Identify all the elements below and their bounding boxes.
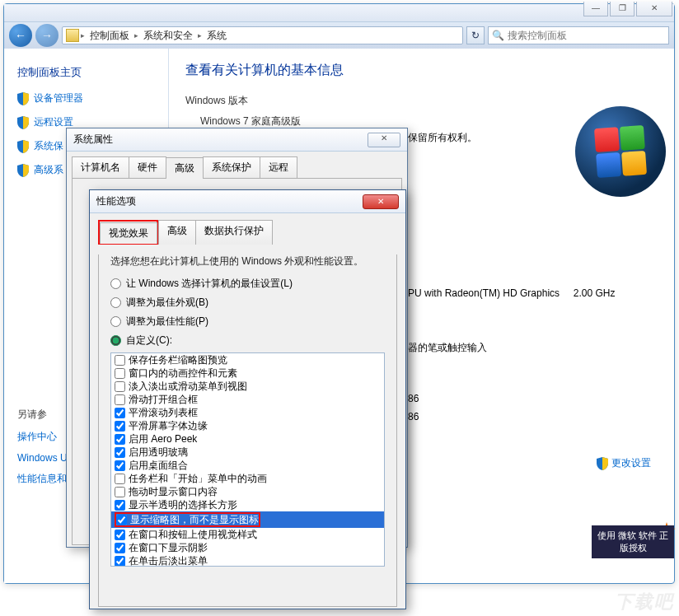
checkbox-input[interactable] (115, 556, 125, 567)
restore-button[interactable]: ❐ (610, 2, 635, 16)
checkbox-input[interactable] (115, 394, 125, 405)
sidebar-item-protection[interactable]: 系统保 (34, 139, 63, 153)
tab-dep[interactable]: 数据执行保护 (195, 220, 273, 245)
titlebar: — ❐ ✕ (4, 4, 674, 22)
checklist-item[interactable]: 在单击后淡出菜单 (111, 554, 384, 567)
close-button[interactable]: ✕ (363, 194, 399, 209)
change-settings-link[interactable]: 更改设置 (597, 456, 651, 470)
radio-label: 调整为最佳性能(P) (126, 315, 208, 329)
tab-computername[interactable]: 计算机名 (72, 156, 129, 178)
tab-advanced[interactable]: 高级 (158, 220, 196, 245)
checkbox-label: 在单击后淡出菜单 (129, 555, 208, 567)
checkbox-label: 在窗口下显示阴影 (129, 542, 208, 553)
checkbox-label: 保存任务栏缩略图预览 (129, 354, 227, 366)
radio-option[interactable]: 自定义(C): (110, 334, 385, 348)
page-title: 查看有关计算机的基本信息 (185, 62, 658, 79)
checklist-item[interactable]: 淡入淡出或滑动菜单到视图 (111, 380, 384, 393)
minimize-button[interactable]: — (583, 2, 608, 16)
chevron-right-icon: ▸ (134, 31, 138, 40)
refresh-button[interactable]: ↻ (466, 26, 485, 44)
checkbox-input[interactable] (115, 355, 125, 366)
checkbox-input[interactable] (116, 515, 127, 525)
checkbox-input[interactable] (115, 421, 125, 432)
close-button[interactable]: ✕ (636, 2, 672, 16)
forward-button[interactable]: → (35, 24, 59, 47)
os-logo (575, 106, 666, 197)
watermark: 下载吧 (615, 590, 674, 614)
checklist-item[interactable]: 任务栏和「开始」菜单中的动画 (111, 472, 384, 485)
checkbox-input[interactable] (115, 381, 125, 392)
dialog-title: 系统属性 (73, 133, 368, 147)
tab-advanced[interactable]: 高级 (166, 157, 204, 179)
checkbox-input[interactable] (115, 543, 125, 553)
checkbox-label: 拖动时显示窗口内容 (129, 486, 218, 497)
checklist-item[interactable]: 在窗口下显示阴影 (111, 541, 384, 554)
shield-icon (17, 164, 29, 177)
breadcrumb-seg[interactable]: 控制面板 (87, 29, 133, 43)
checkbox-label: 平滑屏幕字体边缘 (129, 420, 208, 432)
performance-options-dialog: 性能选项 ✕ 视觉效果 高级 数据执行保护 选择您想在此计算机上使用的 Wind… (89, 189, 406, 609)
dialog-titlebar: 系统属性 ✕ (67, 128, 407, 152)
checkbox-label: 启用透明玻璃 (129, 446, 188, 458)
sidebar-item-advanced[interactable]: 高级系 (34, 163, 63, 177)
close-button[interactable]: ✕ (368, 133, 400, 147)
checkbox-input[interactable] (115, 368, 125, 379)
shield-icon (17, 140, 29, 153)
checkbox-input[interactable] (115, 474, 125, 484)
checklist-item[interactable]: 滑动打开组合框 (111, 393, 384, 406)
genuine-badge: 使用 微软 软件 正版授权 (592, 525, 674, 558)
checkbox-label: 任务栏和「开始」菜单中的动画 (129, 473, 267, 484)
checkbox-label: 窗口内的动画控件和元素 (129, 367, 237, 379)
checklist-item[interactable]: 平滑屏幕字体边缘 (111, 419, 384, 432)
checklist-item[interactable]: 启用透明玻璃 (111, 446, 384, 459)
checkbox-input[interactable] (115, 434, 125, 445)
checklist-item[interactable]: 显示缩略图，而不是显示图标 (111, 511, 384, 528)
checkbox-label: 显示半透明的选择长方形 (129, 499, 237, 511)
checklist-item[interactable]: 保存任务栏缩略图预览 (111, 353, 384, 366)
radio-input[interactable] (110, 278, 121, 289)
checkbox-label: 滑动打开组合框 (129, 394, 198, 405)
back-button[interactable]: ← (9, 24, 32, 47)
radio-group: 让 Windows 选择计算机的最佳设置(L)调整为最佳外观(B)调整为最佳性能… (110, 277, 385, 348)
dialog-titlebar: 性能选项 ✕ (90, 190, 405, 213)
tab-visual-effects[interactable]: 视觉效果 (100, 222, 157, 244)
checklist-item[interactable]: 平滑滚动列表框 (111, 406, 384, 419)
radio-option[interactable]: 调整为最佳外观(B) (110, 296, 385, 310)
checkbox-label: 在窗口和按钮上使用视觉样式 (129, 529, 257, 540)
checkbox-input[interactable] (115, 408, 125, 418)
shield-icon (17, 92, 29, 105)
radio-option[interactable]: 调整为最佳性能(P) (110, 315, 385, 329)
radio-input[interactable] (110, 335, 121, 346)
breadcrumb[interactable]: ▸ 控制面板 ▸ 系统和安全 ▸ 系统 (62, 26, 463, 44)
radio-input[interactable] (110, 297, 121, 308)
arch-text2: 86 (408, 411, 419, 422)
shield-icon (17, 116, 29, 129)
checklist-item[interactable]: 启用桌面组合 (111, 459, 384, 472)
visual-effects-checklist[interactable]: 保存任务栏缩略图预览窗口内的动画控件和元素淡入淡出或滑动菜单到视图滑动打开组合框… (110, 352, 385, 567)
checkbox-input[interactable] (115, 530, 125, 540)
checklist-item[interactable]: 启用 Aero Peek (111, 432, 384, 446)
breadcrumb-seg[interactable]: 系统 (204, 29, 230, 43)
checkbox-input[interactable] (115, 487, 125, 497)
checklist-item[interactable]: 在窗口和按钮上使用视觉样式 (111, 528, 384, 541)
search-icon: 🔍 (492, 30, 504, 41)
checklist-item[interactable]: 窗口内的动画控件和元素 (111, 366, 384, 380)
address-bar: ← → ▸ 控制面板 ▸ 系统和安全 ▸ 系统 ↻ 🔍 搜索控制面板 (4, 22, 674, 49)
checkbox-input[interactable] (115, 447, 125, 458)
breadcrumb-seg[interactable]: 系统和安全 (140, 29, 196, 43)
tab-remote[interactable]: 远程 (260, 156, 297, 178)
tab-hardware[interactable]: 硬件 (129, 156, 166, 178)
checkbox-label: 淡入淡出或滑动菜单到视图 (129, 380, 247, 392)
checklist-item[interactable]: 拖动时显示窗口内容 (111, 485, 384, 498)
tab-protection[interactable]: 系统保护 (203, 156, 260, 178)
checkbox-input[interactable] (115, 460, 125, 471)
shield-icon (597, 457, 608, 470)
search-input[interactable]: 🔍 搜索控制面板 (488, 26, 669, 44)
sidebar-item-devicemgr[interactable]: 设备管理器 (34, 91, 83, 105)
checklist-item[interactable]: 显示半透明的选择长方形 (111, 498, 384, 511)
checkbox-input[interactable] (115, 500, 125, 511)
radio-input[interactable] (110, 316, 121, 327)
checkbox-label: 启用 Aero Peek (129, 433, 197, 445)
radio-option[interactable]: 让 Windows 选择计算机的最佳设置(L) (110, 277, 385, 291)
breadcrumb-icon (66, 29, 79, 42)
